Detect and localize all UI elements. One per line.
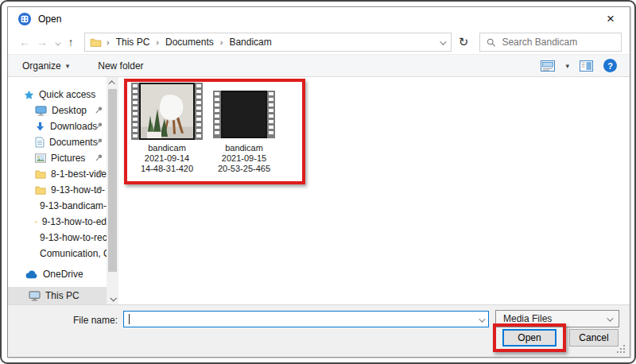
folder-icon (35, 217, 37, 227)
sidebar-item-folder[interactable]: 9-13-how-to- (8, 182, 107, 198)
dark-video-frame (221, 91, 267, 138)
organize-label: Organize (22, 60, 61, 72)
sidebar-label: Documents (49, 137, 98, 148)
pin-icon (95, 106, 103, 114)
views-icon[interactable] (541, 60, 555, 72)
views-dropdown-icon[interactable]: ▾ (565, 62, 569, 70)
sidebar-item-quick-access[interactable]: Quick access (8, 87, 107, 103)
address-dropdown-icon[interactable] (440, 37, 444, 48)
search-icon (487, 37, 495, 48)
sidebar-item-folder[interactable]: 8-1-best-vide (8, 166, 107, 182)
sidebar-label: Quick access (39, 89, 95, 100)
breadcrumb-separator: › (102, 37, 114, 47)
sidebar-label: Pictures (51, 153, 85, 164)
footer-panel: File name: Media Files Open Cancel (8, 304, 630, 357)
folder-icon (35, 185, 46, 195)
file-item-video-2[interactable]: bandicam 2021-09-15 20-53-25-465 (206, 83, 282, 174)
pin-icon (95, 185, 103, 194)
sidebar-item-pictures[interactable]: Pictures (8, 150, 107, 166)
sidebar-label: 9-13-how-to-rec (40, 232, 107, 243)
sidebar-item-this-pc[interactable]: This PC (8, 287, 107, 304)
sidebar-item-folder[interactable]: 9-13-bandicam- (8, 198, 107, 214)
organize-dropdown-icon: ▾ (66, 62, 70, 70)
close-icon[interactable]: × (599, 8, 622, 30)
breadcrumb-documents[interactable]: Documents (164, 37, 215, 48)
open-button[interactable]: Open (502, 329, 556, 347)
new-folder-label: New folder (98, 60, 143, 72)
up-icon[interactable]: ↑ (62, 36, 80, 48)
file-item-video-1[interactable]: bandicam 2021-09-14 14-48-31-420 (129, 83, 205, 174)
back-icon[interactable]: ← (16, 36, 33, 48)
address-bar[interactable]: › This PC › Documents › Bandicam (84, 33, 452, 52)
file-name-input[interactable] (123, 311, 489, 327)
downloads-icon (35, 122, 45, 132)
file-name-line: 2021-09-14 (129, 153, 205, 164)
sidebar-label: 9-13-how-to-ed (42, 216, 107, 227)
video-thumbnail (131, 83, 203, 140)
sidebar-item-downloads[interactable]: Downloads (8, 118, 107, 134)
scrollbar-thumb[interactable] (108, 89, 117, 272)
folder-icon (35, 169, 46, 179)
recent-locations-icon[interactable] (51, 35, 62, 49)
file-name-dropdown-icon[interactable] (479, 314, 483, 325)
file-type-value: Media Files (503, 313, 552, 324)
sidebar-scrollbar[interactable] (107, 77, 118, 304)
documents-icon (35, 137, 45, 148)
organize-button[interactable]: Organize ▾ (22, 60, 69, 72)
bandicam-app-icon (18, 13, 31, 25)
command-toolbar: Organize ▾ New folder ▾ ? (8, 54, 630, 77)
main-area: Quick access Desktop Dow (8, 77, 630, 304)
file-name-label: File name: (8, 315, 118, 326)
breadcrumb-bandicam[interactable]: Bandicam (227, 37, 273, 48)
resize-grip[interactable] (617, 345, 619, 347)
preview-pane-icon[interactable] (580, 60, 593, 72)
pin-icon (95, 122, 103, 130)
breadcrumb-separator: › (151, 37, 164, 47)
annotation-rect-open: Open (493, 323, 566, 352)
sidebar-label: Comunication, O (40, 248, 107, 259)
sidebar-item-folder[interactable]: 9-13-how-to-rec (8, 230, 107, 246)
forward-icon[interactable]: → (33, 36, 51, 48)
chair-and-plant-photo (141, 84, 193, 138)
this-pc-icon (29, 291, 41, 301)
sidebar-label: Desktop (52, 105, 87, 116)
folder-icon (90, 37, 102, 47)
pin-icon (95, 137, 103, 146)
sidebar-label: 9-13-bandicam- (40, 200, 107, 211)
navigation-pane: Quick access Desktop Dow (8, 77, 107, 304)
file-list: bandicam 2021-09-14 14-48-31-420 bandica… (118, 77, 630, 304)
open-dialog: Open × ← → ↑ › This PC › Documents › Ban… (7, 6, 630, 358)
help-icon[interactable]: ? (603, 59, 617, 72)
sidebar-item-desktop[interactable]: Desktop (8, 103, 107, 118)
sidebar-item-documents[interactable]: Documents (8, 134, 107, 150)
cancel-button[interactable]: Cancel (569, 329, 619, 347)
breadcrumb-this-pc[interactable]: This PC (114, 37, 152, 48)
text-caret (129, 314, 130, 324)
sidebar-item-onedrive[interactable]: OneDrive (8, 266, 107, 282)
pin-icon (95, 153, 103, 162)
refresh-icon[interactable]: ↻ (454, 35, 473, 49)
sidebar-label: Downloads (50, 121, 97, 132)
star-icon (24, 90, 34, 100)
file-name-line: 20-53-25-465 (206, 164, 282, 174)
sidebar-label: OneDrive (43, 269, 83, 280)
title-bar: Open × (8, 7, 630, 30)
new-folder-button[interactable]: New folder (98, 60, 143, 72)
file-type-dropdown-icon (607, 313, 611, 324)
file-name-line: 2021-09-15 (206, 153, 282, 164)
sidebar-label: This PC (45, 290, 80, 301)
onedrive-cloud-icon (25, 270, 38, 279)
search-input[interactable] (502, 37, 615, 48)
pin-icon (95, 169, 103, 178)
desktop-icon (35, 106, 47, 116)
file-name-line: bandicam (206, 143, 282, 153)
pictures-icon (35, 153, 46, 163)
scroll-down-icon[interactable] (107, 293, 118, 304)
file-name-line: 14-48-31-420 (129, 164, 205, 174)
sidebar-item-folder[interactable]: 9-13-how-to-ed (8, 214, 107, 230)
scroll-up-icon[interactable] (107, 77, 118, 88)
sidebar-item-folder[interactable]: Comunication, O (8, 246, 107, 261)
search-box[interactable] (479, 33, 622, 52)
screenshot-frame: Open × ← → ↑ › This PC › Documents › Ban… (0, 0, 636, 364)
navigation-bar: ← → ↑ › This PC › Documents › Bandicam ↻ (8, 30, 630, 54)
